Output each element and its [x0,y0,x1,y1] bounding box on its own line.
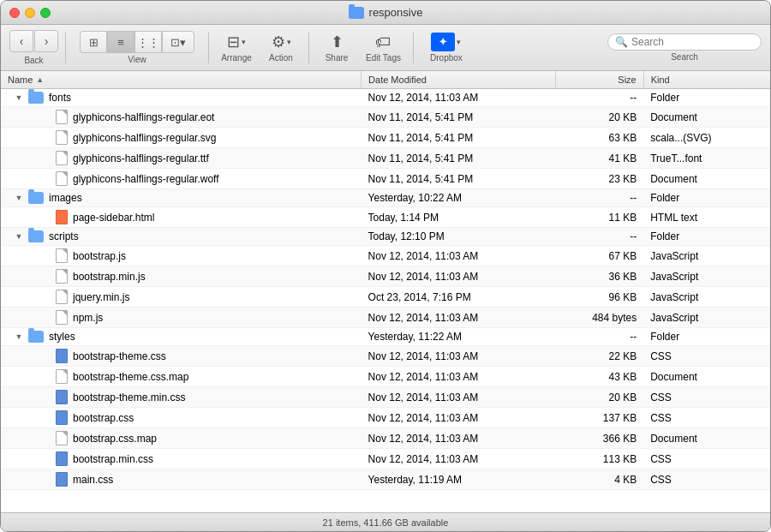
file-size: 43 KB [556,367,643,387]
table-row[interactable]: glyphicons-halflings-regular.eotNov 11, … [1,107,770,128]
file-name: jquery.min.js [73,291,129,303]
table-row[interactable]: bootstrap.min.jsNov 12, 2014, 11:03 AM36… [1,266,770,287]
forward-button[interactable]: › [34,30,58,52]
arrange-label: Arrange [221,53,252,63]
table-row[interactable]: main.cssYesterday, 11:19 AM4 KBCSS [1,469,770,490]
view-list-button[interactable]: ≡ [107,31,134,53]
view-group: ⊞ ≡ ⋮⋮ ⊡▾ View [73,27,201,68]
toolbar-divider-2 [208,33,209,63]
file-kind: Folder [643,328,770,346]
view-column-button[interactable]: ⋮⋮ [134,31,162,53]
table-row[interactable]: glyphicons-halflings-regular.svgNov 11, … [1,128,770,148]
col-header-name[interactable]: Name ▲ [1,71,362,89]
table-row[interactable]: bootstrap.min.cssNov 12, 2014, 11:03 AM1… [1,449,770,469]
file-size: 22 KB [556,346,643,367]
css-file-icon [56,472,68,487]
table-row[interactable]: ▼scriptsToday, 12:10 PM--Folder [1,228,770,246]
table-row[interactable]: npm.jsNov 12, 2014, 11:03 AM484 bytesJav… [1,308,770,328]
arrange-icon: ⊟ ▾ [227,33,246,51]
file-size: 137 KB [556,408,643,428]
search-icon: 🔍 [615,36,628,48]
file-date: Nov 12, 2014, 11:03 AM [362,449,556,469]
minimize-button[interactable] [25,8,35,18]
file-kind: JavaScript [643,287,770,308]
file-name: glyphicons-halflings-regular.svg [73,132,216,144]
table-row[interactable]: bootstrap-theme.min.cssNov 12, 2014, 11:… [1,387,770,408]
css-file-icon [56,390,68,404]
file-icon [56,269,68,284]
table-row[interactable]: bootstrap-theme.cssNov 12, 2014, 11:03 A… [1,346,770,367]
file-icon [56,248,68,263]
table-row[interactable]: bootstrap.cssNov 12, 2014, 11:03 AM137 K… [1,408,770,428]
folder-icon [28,92,44,104]
file-name-cell: ▼images [1,189,362,207]
back-label: Back [24,56,43,65]
file-name-cell: glyphicons-halflings-regular.ttf [1,148,362,169]
folder-icon [28,192,44,204]
sort-arrow-name: ▲ [36,75,44,84]
view-icon-button[interactable]: ⊞ [80,31,107,53]
maximize-button[interactable] [40,8,51,18]
table-row[interactable]: page-sidebar.htmlToday, 1:14 PM11 KBHTML… [1,207,770,228]
navigation-group: ‹ › Back [9,30,58,65]
table-row[interactable]: ▼stylesYesterday, 11:22 AM--Folder [1,328,770,346]
table-row[interactable]: glyphicons-halflings-regular.ttfNov 11, … [1,148,770,169]
file-name-cell: bootstrap.css.map [1,428,362,449]
status-bar: 21 items, 411.66 GB available [1,512,770,531]
file-name: bootstrap.css.map [73,433,157,445]
file-name-cell: glyphicons-halflings-regular.woff [1,169,362,189]
close-button[interactable] [9,8,20,18]
file-size: -- [556,189,643,207]
file-kind: CSS [643,346,770,367]
file-kind: CSS [643,408,770,428]
file-table: Name ▲ Date Modified Size Kind [1,71,770,490]
toolbar: ‹ › Back ⊞ ≡ ⋮⋮ ⊡▾ View ⊟ ▾ Arrange ⚙ ▾ … [1,25,770,71]
file-name: scripts [49,230,79,242]
css-file-icon [56,410,68,425]
expand-triangle[interactable]: ▼ [15,93,23,102]
table-row[interactable]: glyphicons-halflings-regular.woffNov 11,… [1,169,770,189]
table-row[interactable]: bootstrap-theme.css.mapNov 12, 2014, 11:… [1,367,770,387]
file-name-cell: jquery.min.js [1,287,362,308]
share-button[interactable]: ⬆ Share [316,29,357,66]
dropbox-button[interactable]: ✦ ▾ Dropbox [421,29,472,66]
file-size: 23 KB [556,169,643,189]
expand-triangle[interactable]: ▼ [15,332,23,341]
file-name: main.css [73,474,113,486]
expand-triangle[interactable]: ▼ [15,232,23,241]
file-kind: Document [643,367,770,387]
col-header-size[interactable]: Size [556,71,643,89]
file-date: Oct 23, 2014, 7:16 PM [362,287,556,308]
file-size: 36 KB [556,266,643,287]
file-name-cell: bootstrap.min.js [1,266,362,287]
view-cover-button[interactable]: ⊡▾ [162,31,194,53]
file-date: Nov 12, 2014, 11:03 AM [362,428,556,449]
file-date: Nov 12, 2014, 11:03 AM [362,266,556,287]
back-button[interactable]: ‹ [9,30,33,52]
view-label: View [128,55,146,64]
file-name-cell: page-sidebar.html [1,207,362,228]
traffic-lights [9,8,51,18]
action-icon: ⚙ ▾ [272,33,291,51]
edit-tags-button[interactable]: 🏷 Edit Tags [361,30,406,66]
file-date: Nov 11, 2014, 5:41 PM [362,128,556,148]
col-header-kind[interactable]: Kind [643,71,770,89]
action-button[interactable]: ⚙ ▾ Action [260,29,302,66]
table-row[interactable]: jquery.min.jsOct 23, 2014, 7:16 PM96 KBJ… [1,287,770,308]
file-name-cell: ▼fonts [1,89,362,107]
col-header-date[interactable]: Date Modified [362,71,556,89]
expand-triangle[interactable]: ▼ [15,194,23,202]
arrange-button[interactable]: ⊟ ▾ Arrange [216,29,257,66]
table-row[interactable]: bootstrap.jsNov 12, 2014, 11:03 AM67 KBJ… [1,246,770,266]
folder-icon [28,230,44,242]
folder-icon [349,7,364,19]
table-row[interactable]: ▼imagesYesterday, 10:22 AM--Folder [1,189,770,207]
file-kind: Document [643,428,770,449]
search-input[interactable] [631,36,754,48]
file-size: -- [556,228,643,246]
file-name-cell: ▼scripts [1,228,362,246]
file-date: Nov 11, 2014, 5:41 PM [362,148,556,169]
file-name-cell: bootstrap-theme.css [1,346,362,367]
table-row[interactable]: ▼fontsNov 12, 2014, 11:03 AM--Folder [1,89,770,107]
table-row[interactable]: bootstrap.css.mapNov 12, 2014, 11:03 AM3… [1,428,770,449]
